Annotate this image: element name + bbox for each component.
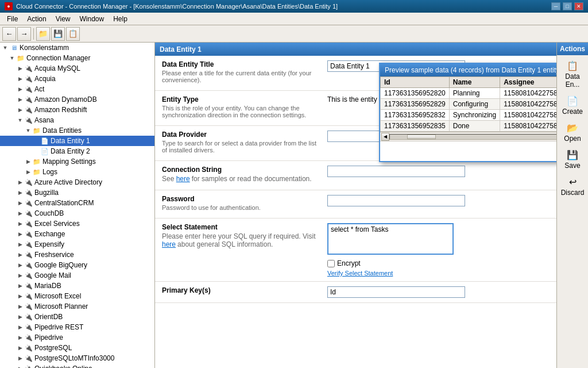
sidebar-item-logs[interactable]: ▶ 📁 Logs — [0, 167, 154, 177]
db-icon: 🔌 — [24, 116, 33, 125]
menu-file[interactable]: File — [2, 14, 22, 24]
sidebar-item-expensify[interactable]: ▶ 🔌 Expensify — [0, 239, 154, 250]
title-bar-controls[interactable]: ─ □ ✕ — [551, 2, 583, 10]
sidebar-item-data-entity-1[interactable]: 📄 Data Entity 1 — [0, 136, 154, 146]
clipboard-button[interactable]: 📋 — [66, 27, 80, 41]
action-btn-discard[interactable]: ↩ Discard — [558, 174, 587, 200]
app-icon: ● — [5, 2, 13, 10]
sidebar-item-exchange[interactable]: ▶ 🔌 Exchange — [0, 229, 154, 239]
expander-icon: ▶ — [16, 76, 24, 82]
sidebar-item-quickbooks-online[interactable]: ▶ 🔌 Quickbooks Online — [0, 363, 154, 368]
sidebar-label: OrientDB — [34, 313, 63, 321]
sidebar-item-pipedrive-rest[interactable]: ▶ 🔌 Pipedrive REST — [0, 322, 154, 332]
db-icon: 🔌 — [24, 85, 33, 94]
menu-help[interactable]: Help — [109, 14, 132, 24]
db-icon: 🔌 — [24, 198, 33, 208]
sidebar-item-mapping-settings[interactable]: ▶ 📁 Mapping Settings — [0, 156, 154, 167]
scrollbar-track[interactable] — [389, 134, 556, 140]
db-icon: 🔌 — [24, 260, 33, 270]
action-label-create: Create — [562, 108, 583, 116]
sidebar-item-postgresql[interactable]: ▶ 🔌 PostgreSQL — [0, 343, 154, 353]
action-btn-create[interactable]: 📄 Create — [558, 93, 587, 118]
table-cell: Done — [449, 121, 500, 132]
dialog-footer: Close — [380, 141, 556, 161]
db-icon: 🔌 — [24, 323, 33, 332]
action-label-open: Open — [564, 135, 581, 143]
main-layout: ▼ 🖥 Konsolenstamm ▼ 📁 Connection Manager… — [0, 43, 588, 368]
horizontal-scrollbar[interactable]: ◀ ▶ — [380, 132, 556, 141]
db-icon: 🔌 — [24, 105, 33, 114]
sidebar-item-orientdb[interactable]: ▶ 🔌 OrientDB — [0, 312, 154, 322]
menu-action[interactable]: Action — [22, 14, 51, 24]
action-btn-data-en[interactable]: 📋 Data En... — [558, 57, 587, 91]
expander-icon: ▶ — [16, 355, 24, 361]
sidebar-label: Data Entity 2 — [51, 147, 90, 155]
expander-icon: ▶ — [16, 97, 24, 102]
sidebar-item-centralstationcrm[interactable]: ▶ 🔌 CentralStationCRM — [0, 198, 154, 208]
actions-panel: Actions 📋 Data En... 📄 Create 📂 Open 💾 S… — [556, 43, 588, 368]
action-btn-open[interactable]: 📂 Open — [558, 120, 587, 145]
sidebar-item-data-entities[interactable]: ▼ 📁 Data Entities — [0, 125, 154, 136]
expander-icon: ▼ — [16, 117, 24, 123]
table-row: 1173631356952835Done1158081042275853inbo… — [381, 121, 557, 132]
sidebar-item-asana[interactable]: ▼ 🔌 Asana — [0, 115, 154, 125]
expander-icon: ▶ — [16, 107, 24, 113]
sidebar-item-freshservice[interactable]: ▶ 🔌 Freshservice — [0, 250, 154, 260]
sidebar-label: CentralStationCRM — [34, 199, 94, 207]
sidebar-label: Bugzilla — [34, 189, 59, 197]
sidebar-label: Amazon DynamoDB — [34, 95, 97, 103]
table-cell: 1158081042275853 — [500, 88, 556, 99]
sidebar-item-mariadb[interactable]: ▶ 🔌 MariaDB — [0, 281, 154, 291]
dialog-title-bar: Preview sample data (4 records) from Dat… — [380, 64, 556, 76]
sidebar-label: Excel Services — [34, 220, 80, 228]
sidebar-item-bugzilla[interactable]: ▶ 🔌 Bugzilla — [0, 187, 154, 198]
sidebar-label: Google Mail — [34, 271, 71, 279]
sidebar-label: Pipedrive REST — [34, 323, 83, 331]
expander-icon: ▶ — [16, 221, 24, 227]
save-toolbar-button[interactable]: 💾 — [51, 27, 65, 41]
sidebar-item-acquia-mysql[interactable]: ▶ 🔌 Acquia MySQL — [0, 63, 154, 74]
sidebar-item-excel-services[interactable]: ▶ 🔌 Excel Services — [0, 218, 154, 229]
sidebar-item-microsoft-excel[interactable]: ▶ 🔌 Microsoft Excel — [0, 291, 154, 301]
forward-button[interactable]: → — [17, 27, 31, 41]
back-button[interactable]: ← — [2, 27, 16, 41]
menu-window[interactable]: Window — [75, 14, 109, 24]
action-label-data-en: Data En... — [560, 72, 585, 89]
sidebar-item-google-bigquery[interactable]: ▶ 🔌 Google BigQuery — [0, 260, 154, 270]
sidebar-item-azure-active-directory[interactable]: ▶ 🔌 Azure Active Directory — [0, 177, 154, 187]
sidebar-item-postgresqltomt[interactable]: ▶ 🔌 PostgreSQLtoMTInfo3000 — [0, 353, 154, 363]
title-bar-text: Cloud Connector - Connection Manager - [… — [16, 3, 338, 10]
sidebar-item-amazon-redshift[interactable]: ▶ 🔌 Amazon Redshift — [0, 105, 154, 115]
folder-icon: 📁 — [32, 126, 41, 135]
sidebar-item-google-mail[interactable]: ▶ 🔌 Google Mail — [0, 270, 154, 281]
action-btn-save[interactable]: 💾 Save — [558, 147, 587, 172]
folder-button[interactable]: 📁 — [36, 27, 50, 41]
minimize-button[interactable]: ─ — [551, 2, 560, 10]
scrollbar-thumb[interactable] — [407, 135, 436, 139]
sidebar-item-pipedrive[interactable]: ▶ 🔌 Pipedrive — [0, 332, 154, 343]
expander-icon: ▶ — [16, 314, 24, 320]
expander-icon: ▶ — [16, 210, 24, 216]
close-button[interactable]: ✕ — [574, 2, 583, 10]
table-cell: Configuring — [449, 99, 500, 110]
sidebar-item-microsoft-planner[interactable]: ▶ 🔌 Microsoft Planner — [0, 301, 154, 312]
expander-icon: ▶ — [16, 324, 24, 330]
sidebar-label: Act — [34, 85, 44, 93]
sidebar-item-act[interactable]: ▶ 🔌 Act — [0, 84, 154, 94]
sidebar-item-acquia[interactable]: ▶ 🔌 Acquia — [0, 74, 154, 84]
expander-icon: ▼ — [24, 128, 32, 133]
sidebar-item-amazon-dynamodb[interactable]: ▶ 🔌 Amazon DynamoDB — [0, 94, 154, 105]
menu-view[interactable]: View — [51, 14, 75, 24]
sidebar-item-connection-manager[interactable]: ▼ 📁 Connection Manager — [0, 53, 154, 63]
db-icon: 🔌 — [24, 240, 33, 249]
sidebar-item-data-entity-2[interactable]: 📄 Data Entity 2 — [0, 146, 154, 156]
db-icon: 🔌 — [24, 292, 33, 301]
sidebar-item-couchdb[interactable]: ▶ 🔌 CouchDB — [0, 208, 154, 218]
scroll-left-arrow[interactable]: ◀ — [381, 133, 389, 141]
maximize-button[interactable]: □ — [563, 2, 572, 10]
sidebar-label: Acquia — [34, 75, 56, 83]
sidebar-item-konsolenstamm[interactable]: ▼ 🖥 Konsolenstamm — [0, 43, 154, 53]
col-name: Name — [449, 77, 500, 88]
expander-icon: ▶ — [16, 190, 24, 195]
db-icon: 🔌 — [24, 74, 33, 83]
